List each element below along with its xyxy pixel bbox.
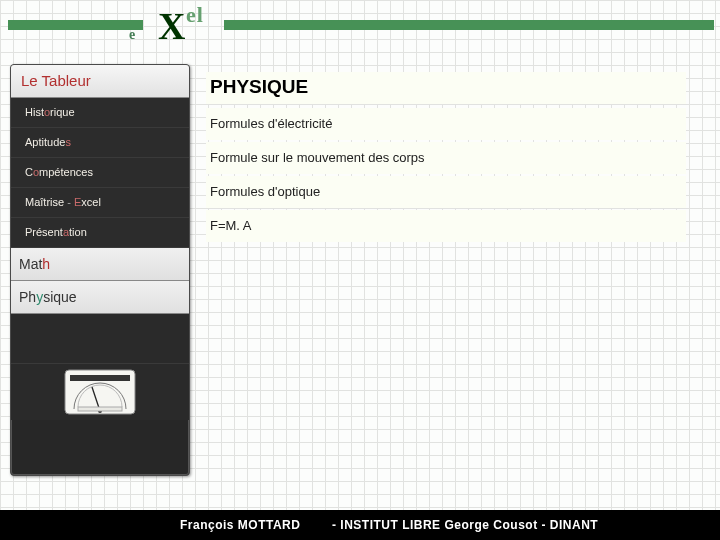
logo-x: X [158, 4, 184, 48]
sidebar: Le Tableur Historique Aptitudes Compéten… [10, 64, 190, 476]
meter-icon [64, 369, 136, 415]
sidebar-item-maitrise-excel[interactable]: Maîtrise - Excel [11, 188, 189, 218]
sidebar-sub-physique[interactable]: Physique [11, 281, 189, 314]
logo-e: e [129, 27, 135, 43]
content: PHYSIQUE Formules d'électricité Formule … [206, 72, 686, 244]
deco-bar-right [224, 20, 714, 30]
content-row-mouvement[interactable]: Formule sur le mouvement des corps [206, 142, 686, 174]
sidebar-title-post: bleur [57, 72, 90, 89]
svg-rect-1 [70, 375, 130, 381]
sidebar-sub-math[interactable]: Math [11, 248, 189, 281]
header-deco: e X el [0, 0, 720, 50]
logo-el: el [186, 2, 204, 28]
sidebar-gap [11, 314, 189, 364]
deco-bar-left [8, 20, 143, 30]
content-row-fma[interactable]: F=M. A [206, 210, 686, 242]
footer-author: François MOTTARD [180, 518, 300, 532]
svg-rect-4 [78, 407, 122, 411]
sidebar-item-presentation[interactable]: Présentation [11, 218, 189, 248]
content-row-electricite[interactable]: Formules d'électricité [206, 108, 686, 140]
sidebar-item-historique[interactable]: Historique [11, 98, 189, 128]
meter-image [11, 364, 189, 420]
footer: François MOTTARD - INSTITUT LIBRE George… [0, 510, 720, 540]
content-row-optique[interactable]: Formules d'optique [206, 176, 686, 208]
sidebar-title-pre: Le T [21, 72, 49, 89]
footer-sep [310, 518, 322, 532]
sidebar-title: Le Tableur [11, 65, 189, 98]
footer-institution: - INSTITUT LIBRE George Cousot - DINANT [332, 518, 598, 532]
sidebar-item-aptitudes[interactable]: Aptitudes [11, 128, 189, 158]
sidebar-item-competences[interactable]: Compétences [11, 158, 189, 188]
content-title: PHYSIQUE [206, 72, 686, 104]
